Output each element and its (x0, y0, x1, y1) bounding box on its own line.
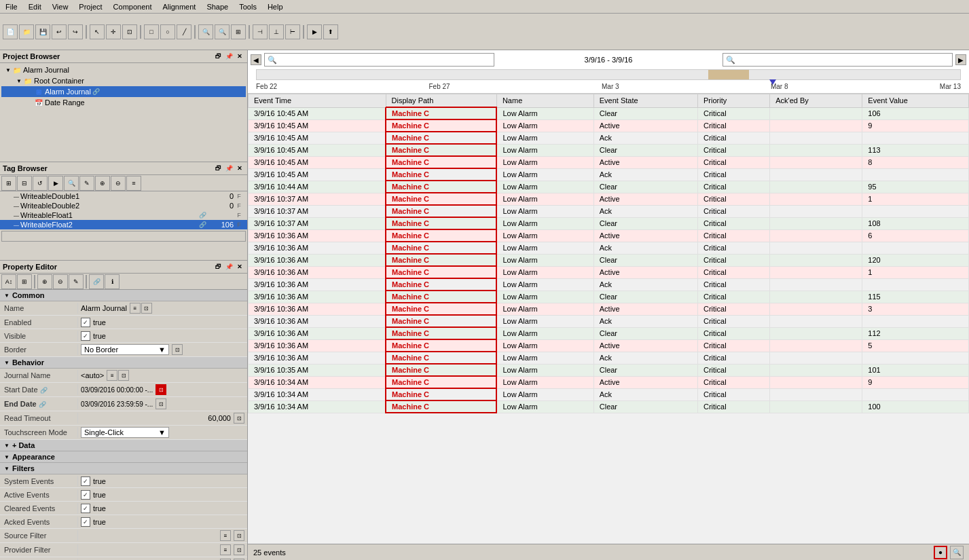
active-events-checkbox[interactable] (81, 490, 90, 500)
tag-btn-8[interactable]: ⊖ (111, 176, 126, 191)
col-name[interactable]: Name (496, 94, 593, 108)
table-row[interactable]: 3/9/16 10:36 AMMachine CLow AlarmAckCrit… (249, 315, 969, 327)
close-icon[interactable]: ✕ (235, 52, 244, 61)
timeline-next-btn[interactable]: ▶ (955, 54, 966, 65)
visible-checkbox[interactable] (81, 331, 90, 341)
tag-btn-1[interactable]: ⊞ (1, 176, 16, 191)
table-row[interactable]: 3/9/16 10:45 AMMachine CLow AlarmActiveC… (249, 119, 969, 132)
timeline-track[interactable] (256, 69, 961, 80)
undo-btn[interactable]: ↩ (52, 24, 67, 39)
cleared-events-checkbox[interactable] (81, 504, 90, 513)
prop-list-btn[interactable]: ≡ (107, 370, 117, 381)
table-row[interactable]: 3/9/16 10:45 AMMachine CLow AlarmClearCr… (249, 144, 969, 156)
table-row[interactable]: 3/9/16 10:45 AMMachine CLow AlarmClearCr… (249, 107, 969, 119)
section-appearance[interactable]: Appearance (0, 451, 247, 463)
table-row[interactable]: 3/9/16 10:34 AMMachine CLow AlarmClearCr… (249, 400, 969, 413)
timeline-search-box-right[interactable]: 🔍 (723, 53, 953, 67)
prop-start-date-value[interactable]: 03/09/2016 00:00:00 -... ⊡ (78, 383, 247, 396)
pin-icon[interactable]: 📌 (224, 164, 234, 173)
prop-active-events-value[interactable]: true (78, 489, 247, 501)
prop-end-date-value[interactable]: 03/09/2016 23:59:59 -... ⊡ (78, 397, 247, 411)
pin-icon[interactable]: 📌 (224, 262, 234, 272)
scrollbar-horizontal[interactable] (1, 231, 246, 242)
prop-copy-btn[interactable]: ⊡ (234, 413, 244, 424)
menu-tools[interactable]: Tools (234, 1, 262, 12)
zoom-fit-btn[interactable]: ⊞ (231, 24, 246, 39)
table-row[interactable]: 3/9/16 10:37 AMMachine CLow AlarmAckCrit… (249, 205, 969, 217)
acked-events-checkbox[interactable] (81, 517, 90, 527)
prop-btn-alpha[interactable]: A↕ (1, 274, 16, 289)
prop-btn-remove[interactable]: ⊖ (53, 274, 68, 289)
line-btn[interactable]: ╱ (177, 24, 191, 39)
prop-touchscreen-value[interactable]: Single-Click ▼ (78, 426, 247, 439)
prop-list-btn[interactable]: ≡ (220, 544, 231, 555)
close-icon[interactable]: ✕ (235, 164, 244, 173)
tree-item-alarm-journal-root[interactable]: ▼ 📁 Alarm Journal (1, 64, 246, 75)
prop-btn-link[interactable]: 🔗 (89, 274, 104, 289)
publish-btn[interactable]: ⬆ (323, 24, 338, 39)
table-row[interactable]: 3/9/16 10:36 AMMachine CLow AlarmActiveC… (249, 229, 969, 242)
menu-file[interactable]: File (0, 1, 23, 12)
prop-border-value[interactable]: No Border ▼ ⊡ (78, 343, 247, 356)
prop-copy-btn[interactable]: ⊡ (234, 530, 244, 541)
prop-visible-value[interactable]: true (78, 330, 247, 342)
prop-start-date-icon[interactable]: ⊡ (156, 384, 166, 395)
prop-name-value[interactable]: Alarm Journal ≡ ⊡ (78, 301, 247, 315)
tree-item-alarm-journal[interactable]: ⊞ Alarm Journal 🔗 (1, 86, 246, 97)
enabled-checkbox[interactable] (81, 318, 90, 327)
tag-row[interactable]: — WriteableFloat1 🔗 F (0, 210, 247, 220)
redo-btn[interactable]: ↪ (68, 24, 83, 39)
table-row[interactable]: 3/9/16 10:45 AMMachine CLow AlarmAckCrit… (249, 132, 969, 144)
menu-view[interactable]: View (47, 1, 74, 12)
prop-list-btn[interactable]: ≡ (130, 303, 141, 314)
align-center-btn[interactable]: ⊥ (269, 24, 284, 39)
col-event-value[interactable]: Event Value (862, 94, 969, 108)
tree-toggle[interactable]: ▼ (4, 66, 12, 74)
tag-btn-3[interactable]: ↺ (33, 176, 48, 191)
prop-copy-btn[interactable]: ⊡ (172, 344, 183, 355)
tag-btn-2[interactable]: ⊟ (17, 176, 32, 191)
align-right-btn[interactable]: ⊢ (285, 24, 300, 39)
circle-btn[interactable]: ○ (160, 24, 175, 39)
table-row[interactable]: 3/9/16 10:36 AMMachine CLow AlarmActiveC… (249, 303, 969, 315)
prop-source-filter-value[interactable]: ≡ ⊡ (78, 529, 247, 542)
table-row[interactable]: 3/9/16 10:34 AMMachine CLow AlarmActiveC… (249, 376, 969, 388)
table-row[interactable]: 3/9/16 10:45 AMMachine CLow AlarmActiveC… (249, 156, 969, 168)
prop-acked-events-value[interactable]: true (78, 516, 247, 528)
tree-toggle[interactable]: ▼ (15, 77, 23, 85)
new-btn[interactable]: 📄 (3, 24, 18, 39)
prop-btn-info[interactable]: ℹ (105, 274, 120, 289)
prop-btn-edit[interactable]: ✎ (69, 274, 84, 289)
menu-component[interactable]: Component (108, 1, 158, 12)
resize-btn[interactable]: ⊡ (122, 24, 137, 39)
zoom-out-btn[interactable]: 🔍 (215, 24, 230, 39)
select-btn[interactable]: ↖ (90, 24, 105, 39)
save-btn[interactable]: 💾 (35, 24, 50, 39)
restore-icon[interactable]: 🗗 (213, 164, 223, 173)
col-event-time[interactable]: Event Time (249, 94, 386, 108)
pin-icon[interactable]: 📌 (224, 52, 234, 61)
timeline-search-box[interactable]: 🔍 (264, 53, 494, 67)
col-event-state[interactable]: Event State (593, 94, 697, 108)
restore-icon[interactable]: 🗗 (213, 262, 223, 272)
status-search-btn[interactable]: 🔍 (950, 546, 964, 559)
tag-btn-4[interactable]: ▶ (48, 176, 63, 191)
border-dropdown[interactable]: No Border ▼ (81, 344, 169, 355)
menu-shape[interactable]: Shape (201, 1, 234, 12)
prop-display-path-filter-value[interactable]: ≡ ⊡ (78, 557, 247, 560)
prop-end-date-icon[interactable]: ⊡ (156, 398, 166, 409)
menu-alignment[interactable]: Alignment (157, 1, 201, 12)
prop-provider-filter-value[interactable]: ≡ ⊡ (78, 543, 247, 557)
timeline-thumb[interactable] (708, 70, 749, 79)
table-row[interactable]: 3/9/16 10:37 AMMachine CLow AlarmActiveC… (249, 193, 969, 205)
preview-btn[interactable]: ▶ (307, 24, 322, 39)
col-acked-by[interactable]: Ack'ed By (770, 94, 862, 108)
section-behavior[interactable]: Behavior (0, 357, 247, 369)
prop-list-btn[interactable]: ≡ (220, 530, 231, 541)
tag-btn-9[interactable]: ≡ (126, 176, 141, 191)
col-priority[interactable]: Priority (698, 94, 770, 108)
timeline-prev-btn[interactable]: ◀ (251, 54, 261, 65)
zoom-in-btn[interactable]: 🔍 (198, 24, 213, 39)
prop-copy-btn[interactable]: ⊡ (141, 303, 152, 314)
menu-project[interactable]: Project (73, 1, 107, 12)
